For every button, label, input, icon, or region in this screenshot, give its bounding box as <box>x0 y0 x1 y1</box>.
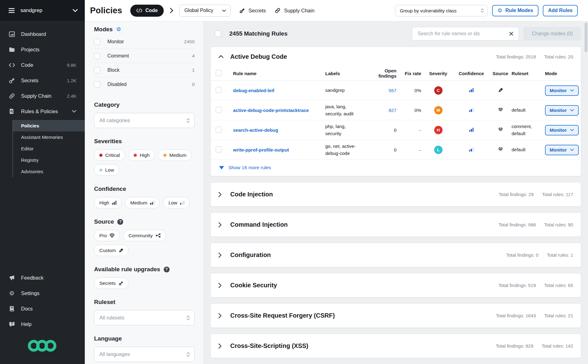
ruleset-select[interactable]: All rulesets <box>94 310 195 325</box>
mode-dropdown[interactable]: Monitor <box>545 125 579 135</box>
sidebar-item-count: 2.4K <box>67 93 76 99</box>
row-checkbox[interactable] <box>216 126 222 133</box>
sidebar-item-projects[interactable]: Projects <box>0 42 85 57</box>
mode-checkbox[interactable] <box>94 81 100 88</box>
chevron-right-icon[interactable] <box>218 283 224 288</box>
clear-search-icon[interactable] <box>508 31 514 37</box>
chevron-up-icon[interactable] <box>218 55 224 58</box>
rule-name-link[interactable]: debug-enabled-leif <box>233 88 325 93</box>
sidebar-subitem-editor[interactable]: Editor <box>13 143 85 154</box>
sidebar-item-dashboard[interactable]: Dashboard <box>0 26 85 42</box>
sidebar-subitem-advisories[interactable]: Advisories <box>13 166 85 177</box>
confidence-chip-medium[interactable]: Medium <box>125 197 160 208</box>
group-totals: Total findings: 1643 Total rules: 21 <box>496 313 573 318</box>
mode-dropdown[interactable]: Monitor <box>545 85 579 96</box>
severities-title: Severities <box>94 138 195 145</box>
menu-icon[interactable] <box>8 8 15 13</box>
rule-name-link[interactable]: search-active-debug <box>233 127 325 133</box>
policy-selector[interactable]: Global Policy <box>179 5 231 17</box>
open-findings-link[interactable]: 827 <box>389 108 396 113</box>
add-rules-button[interactable]: Add Rules <box>543 5 578 16</box>
gem-icon <box>498 147 503 152</box>
col-severity: Severity <box>423 71 453 76</box>
group-header[interactable]: Configuration Total findings: 0 Total ru… <box>211 243 581 267</box>
confidence-chip-high[interactable]: High <box>94 197 122 208</box>
link-icon <box>8 92 15 99</box>
mode-checkbox[interactable] <box>94 39 100 45</box>
mode-filter-comment[interactable]: Comment 4 <box>94 49 195 63</box>
group-header[interactable]: Code Injection Total findings: 29 Total … <box>211 182 581 206</box>
mode-dropdown[interactable]: Monitor <box>545 145 579 155</box>
category-select[interactable]: All categories <box>94 113 195 128</box>
sidebar-item-code[interactable]: Code 9.8K <box>0 57 85 73</box>
chevron-right-icon[interactable] <box>218 343 224 349</box>
severity-chip-critical[interactable]: Critical <box>94 149 125 161</box>
row-checkbox[interactable] <box>216 107 222 113</box>
secrets-link[interactable]: Secrets <box>239 8 266 14</box>
open-findings-link[interactable]: 557 <box>389 88 396 93</box>
confidence-chip-low[interactable]: Low <box>163 197 190 208</box>
row-checkbox[interactable] <box>216 146 222 152</box>
severity-chip-high[interactable]: High <box>128 149 155 161</box>
group-header[interactable]: Cookie Security Total findings: 519 Tota… <box>211 273 581 297</box>
sidebar-subitem-registry[interactable]: Registry <box>13 154 85 166</box>
group-header[interactable]: Cross-Site Request Forgery (CSRF) Total … <box>211 304 581 328</box>
chevron-right-icon[interactable] <box>218 313 224 319</box>
fix-rate-value: 0% <box>398 108 423 113</box>
severity-chip-low[interactable]: Low <box>94 164 119 176</box>
group-select-checkbox[interactable] <box>216 70 222 76</box>
mode-checkbox[interactable] <box>94 53 100 59</box>
group-by-select[interactable]: Group by vulnerability class <box>395 5 488 16</box>
sidebar-subitem-assistant-memories[interactable]: Assistant Memories <box>13 131 85 143</box>
mode-dropdown[interactable]: Monitor <box>545 105 579 116</box>
sidebar-item-docs[interactable]: Docs <box>0 301 85 316</box>
source-chip-pro[interactable]: Pro <box>94 230 120 241</box>
rule-modes-button[interactable]: ⚙ Rule Modes <box>492 5 538 16</box>
language-select[interactable]: All languages <box>94 347 195 362</box>
main-content: 2455 Matching Rules Change modes (0) Act… <box>204 21 588 364</box>
sidebar-item-help[interactable]: ? Help <box>0 316 85 332</box>
rule-name-link[interactable]: active-debug-code-printstacktrace <box>233 108 325 113</box>
group-header[interactable]: Command Injection Total findings: 566 To… <box>211 213 581 237</box>
sidebar-subitem-policies[interactable]: Policies <box>13 120 85 131</box>
table-header-row: Rule name Labels Open findings Fix rate … <box>211 66 581 81</box>
upgrade-chip-secrets[interactable]: Secrets <box>94 277 129 289</box>
row-checkbox[interactable] <box>216 87 222 93</box>
rule-name-link[interactable]: write-pprof-profile-output <box>233 147 325 152</box>
group-header[interactable]: Cross-Site-Scripting (XSS) Total finding… <box>211 334 581 358</box>
search-input[interactable] <box>417 31 508 37</box>
group-header[interactable]: Active Debug Code Total findings: 2518 T… <box>211 47 581 66</box>
group-title: Command Injection <box>230 221 288 228</box>
chip-label: Medium <box>169 152 186 158</box>
sidebar-item-settings[interactable]: ⚙ Settings <box>0 285 85 301</box>
select-all-checkbox[interactable] <box>215 31 221 37</box>
confidence-section: Confidence High Medium Low <box>94 186 195 208</box>
scrollbar-thumb[interactable] <box>585 23 587 52</box>
source-chip-custom[interactable]: Custom <box>94 245 129 256</box>
severity-chip-medium[interactable]: Medium <box>158 149 192 161</box>
sidebar-item-supply-chain[interactable]: Supply Chain 2.4K <box>0 88 85 104</box>
code-tab[interactable]: Code <box>130 5 164 17</box>
mode-value: Monitor <box>550 147 567 152</box>
sidebar-item-feedback[interactable]: Feedback <box>0 270 85 285</box>
question-icon[interactable]: ? <box>117 219 123 225</box>
chip-label: Low <box>168 200 177 206</box>
show-more-rules-link[interactable]: Show 16 more rules <box>211 160 581 176</box>
chevron-right-icon[interactable] <box>218 192 224 197</box>
chevron-right-icon[interactable] <box>218 222 224 228</box>
sidebar-item-label: Feedback <box>21 275 43 281</box>
mode-filter-monitor[interactable]: Monitor 2450 <box>94 35 195 49</box>
mode-checkbox[interactable] <box>94 67 100 73</box>
sidebar-item-secrets[interactable]: Secrets 1.2K <box>0 73 85 88</box>
source-chip-community[interactable]: Community <box>123 230 166 241</box>
total-findings: Total findings: 566 <box>499 222 536 227</box>
change-modes-button[interactable]: Change modes (0) <box>523 27 581 41</box>
sidebar-item-rules-policies[interactable]: Rules & Policies <box>0 104 85 119</box>
mode-filter-block[interactable]: Block 1 <box>94 63 195 77</box>
question-icon[interactable]: ? <box>164 267 170 272</box>
modes-gear-icon[interactable]: ⚙ <box>116 27 121 32</box>
chevron-right-icon[interactable] <box>218 252 224 258</box>
org-switcher[interactable]: sandgrep <box>0 0 85 21</box>
mode-filter-disabled[interactable]: Disabled 0 <box>94 77 195 92</box>
supply-chain-link[interactable]: Supply Chain <box>275 7 314 14</box>
